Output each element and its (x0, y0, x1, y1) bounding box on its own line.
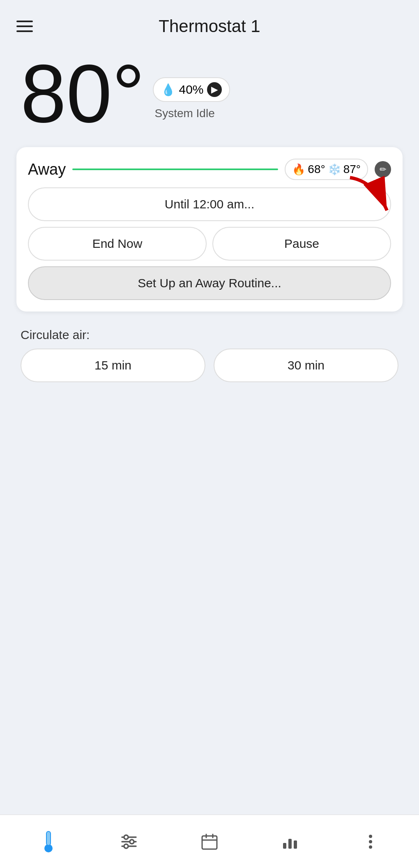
nav-more[interactable] (354, 825, 387, 858)
system-status: System Idle (154, 107, 214, 120)
svg-rect-10 (202, 836, 217, 849)
svg-rect-14 (283, 843, 286, 849)
away-header: Away 🔥 68° ❄️ 87° ✏ (28, 159, 391, 180)
water-drop-icon: 💧 (161, 83, 175, 97)
circulate-30min-button[interactable]: 30 min (214, 349, 398, 382)
cool-icon: ❄️ (328, 163, 341, 176)
humidity-detail-button[interactable]: ▶ (207, 82, 222, 97)
cool-temp: 87° (343, 163, 361, 176)
nav-thermostat[interactable] (32, 825, 65, 858)
current-temperature: 80° (21, 53, 145, 135)
edit-button[interactable]: ✏ (375, 161, 391, 178)
away-label: Away (28, 161, 66, 178)
end-now-button[interactable]: End Now (28, 227, 207, 261)
circulate-section: Circulate air: 15 min 30 min (0, 320, 419, 390)
svg-rect-3 (47, 832, 50, 845)
header: Thermostat 1 (0, 0, 419, 44)
circulate-row: 15 min 30 min (21, 349, 398, 382)
sliders-icon (120, 833, 138, 850)
more-dots-icon (362, 833, 379, 850)
nav-schedule[interactable] (193, 825, 226, 858)
temperature-info: 💧 40% ▶ System Idle (153, 77, 230, 120)
circulate-15min-button[interactable]: 15 min (21, 349, 205, 382)
away-temp-badge[interactable]: 🔥 68° ❄️ 87° (285, 159, 368, 180)
circulate-label: Circulate air: (21, 328, 398, 342)
svg-point-7 (130, 840, 134, 844)
page-title: Thermostat 1 (159, 16, 260, 36)
svg-point-5 (124, 835, 128, 839)
away-progress-line (72, 169, 278, 170)
thermometer-icon (39, 829, 58, 854)
away-card: Away 🔥 68° ❄️ 87° ✏ Until 12:00 am... En… (16, 147, 403, 312)
svg-point-2 (44, 844, 53, 852)
humidity-badge[interactable]: 💧 40% ▶ (153, 77, 230, 102)
temperature-section: 80° 💧 40% ▶ System Idle (0, 44, 419, 139)
svg-point-17 (369, 835, 372, 838)
bottom-navigation (0, 815, 419, 868)
heat-temp: 68° (308, 163, 325, 176)
menu-button[interactable] (16, 21, 33, 32)
svg-rect-16 (294, 840, 297, 849)
setup-routine-button[interactable]: Set Up an Away Routine... (28, 266, 391, 300)
humidity-value: 40% (179, 83, 203, 97)
pause-button[interactable]: Pause (212, 227, 391, 261)
nav-energy[interactable] (274, 825, 306, 858)
action-row: End Now Pause (28, 227, 391, 261)
calendar-icon (201, 833, 218, 850)
until-time-button[interactable]: Until 12:00 am... (28, 187, 391, 221)
svg-point-18 (369, 840, 372, 843)
bar-chart-icon (281, 833, 299, 850)
svg-point-19 (369, 845, 372, 849)
nav-controls[interactable] (113, 825, 145, 858)
heat-icon: 🔥 (292, 163, 305, 176)
svg-rect-15 (288, 839, 292, 849)
svg-point-9 (124, 844, 128, 848)
